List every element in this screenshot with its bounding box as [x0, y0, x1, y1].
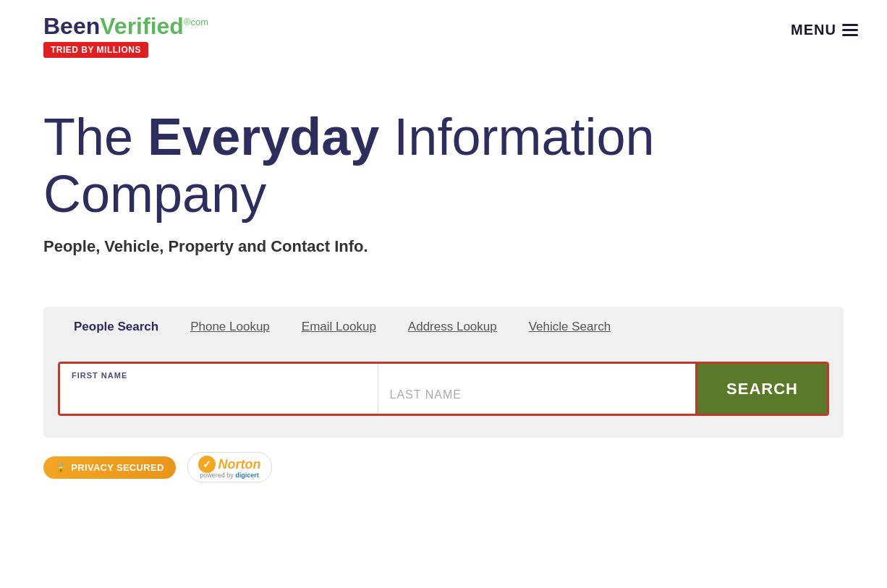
tab-phone-lookup[interactable]: Phone Lookup	[174, 307, 286, 347]
logo-area: BeenVerified®com TRIED BY MILLIONS	[43, 14, 208, 58]
logo-verified: Verified	[100, 13, 184, 39]
last-name-group	[378, 364, 696, 414]
tab-vehicle-search[interactable]: Vehicle Search	[513, 307, 627, 347]
search-button[interactable]: SEARCH	[695, 364, 827, 414]
menu-icon	[842, 24, 858, 36]
norton-powered: powered by digicert	[200, 472, 259, 479]
privacy-label: PRIVACY SECURED	[71, 462, 164, 473]
hero-title-part1: The	[43, 108, 148, 166]
search-form-row: FIRST NAME SEARCH	[58, 362, 829, 416]
first-name-label: FIRST NAME	[72, 371, 366, 380]
lock-icon: 🔒	[55, 462, 67, 473]
search-panel: People Search Phone Lookup Email Lookup …	[43, 307, 844, 438]
trust-badges: 🔒 PRIVACY SECURED ✓ Norton powered by di…	[43, 452, 844, 482]
last-name-input[interactable]	[390, 384, 684, 405]
privacy-badge: 🔒 PRIVACY SECURED	[43, 456, 176, 479]
menu-button[interactable]: MENU	[791, 14, 858, 38]
header: BeenVerified®com TRIED BY MILLIONS MENU	[0, 0, 887, 65]
tab-address-lookup[interactable]: Address Lookup	[392, 307, 513, 347]
hero-subtitle: People, Vehicle, Property and Contact In…	[43, 237, 844, 256]
tried-badge: TRIED BY MILLIONS	[43, 42, 148, 58]
first-name-group: FIRST NAME	[60, 364, 378, 414]
norton-badge: ✓ Norton powered by digicert	[187, 452, 272, 482]
logo-been: Been	[43, 13, 100, 39]
logo-com: ®	[184, 17, 191, 27]
tab-email-lookup[interactable]: Email Lookup	[286, 307, 392, 347]
menu-label: MENU	[791, 22, 836, 38]
hero-title-bold: Everyday	[148, 108, 379, 166]
search-form: FIRST NAME SEARCH	[43, 347, 844, 438]
first-name-input[interactable]	[72, 383, 366, 404]
norton-name: Norton	[218, 457, 261, 472]
hero-title: The Everyday Information Company	[43, 108, 844, 223]
digicert-label: digicert	[235, 472, 259, 479]
norton-top: ✓ Norton	[198, 456, 261, 473]
tab-people-search[interactable]: People Search	[58, 307, 174, 347]
norton-check-icon: ✓	[198, 456, 216, 473]
logo: BeenVerified®com	[43, 14, 208, 38]
hero-section: The Everyday Information Company People,…	[0, 65, 887, 307]
search-tabs: People Search Phone Lookup Email Lookup …	[43, 307, 844, 347]
